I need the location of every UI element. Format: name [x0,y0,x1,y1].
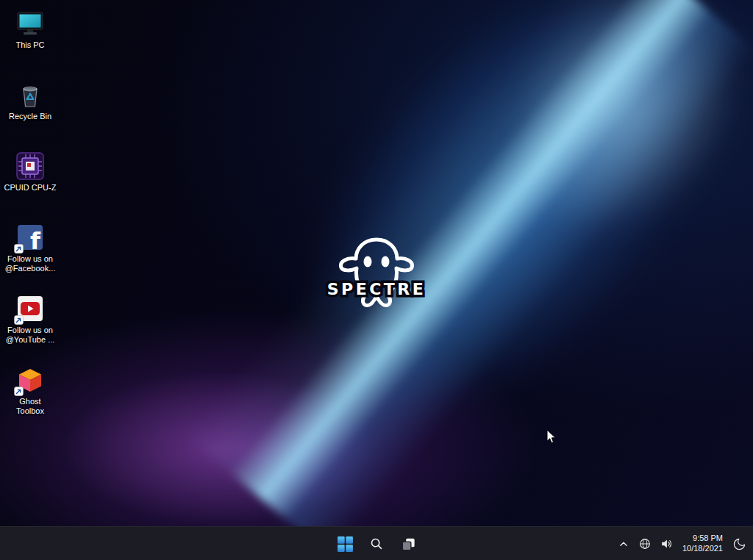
clock-time: 9:58 PM [682,534,723,544]
desktop-icon-label: CPUID CPU-Z [2,183,58,193]
desktop-icon-label: Follow us on @Facebook... [2,254,58,273]
system-tray: 9:58 PM 10/18/2021 [613,527,750,560]
windows-start-icon [336,535,354,553]
search-icon [368,536,385,552]
desktop-icon-recycle-bin[interactable]: Recycle Bin [1,76,59,147]
facebook-icon: f [15,223,45,252]
desktop-icon-label: Ghost Toolbox [10,397,51,416]
chevron-up-icon [617,537,630,550]
this-pc-icon [15,9,45,38]
task-view-button[interactable] [393,529,423,559]
desktop[interactable]: SPECTRE This PC [0,0,753,560]
taskbar-clock[interactable]: 9:58 PM 10/18/2021 [677,534,728,554]
ghost-icon: SPECTRE [318,234,435,325]
desktop-icon-youtube[interactable]: Follow us on @YouTube ... [1,290,59,361]
desktop-icon-ghost-toolbox[interactable]: Ghost Toolbox [1,361,59,432]
ghost-toolbox-icon [15,365,45,395]
desktop-icon-cpuid-cpu-z[interactable]: CPUID CPU-Z [1,147,59,218]
recycle-bin-icon [15,80,45,110]
youtube-icon [15,294,45,323]
night-mode-button[interactable] [729,529,750,559]
network-button[interactable] [635,529,655,559]
cpu-z-icon [15,151,45,181]
svg-text:f: f [30,227,41,252]
shortcut-arrow-icon [14,315,24,325]
volume-icon [660,537,673,550]
task-view-icon [400,536,417,553]
taskbar: 9:58 PM 10/18/2021 [0,526,753,560]
spectre-logo: SPECTRE [318,234,435,325]
shortcut-arrow-icon [14,387,24,396]
search-button[interactable] [362,529,391,559]
desktop-icon-label: This PC [2,40,58,50]
moon-icon [732,537,746,551]
desktop-icon-this-pc[interactable]: This PC [1,4,59,76]
shortcut-arrow-icon [14,244,24,254]
desktop-icon-label: Recycle Bin [2,112,58,121]
spectre-logo-text: SPECTRE [327,280,427,298]
network-globe-icon [638,537,652,550]
clock-date: 10/18/2021 [682,544,723,554]
taskbar-center-group [330,527,423,560]
hidden-icons-button[interactable] [613,529,634,559]
start-button[interactable] [330,529,360,559]
desktop-icon-list: This PC Recycle Bin [1,4,59,432]
desktop-icon-facebook[interactable]: f Follow us on @Facebook... [1,218,59,290]
volume-button[interactable] [656,529,677,559]
desktop-icon-label: Follow us on @YouTube ... [2,326,58,345]
